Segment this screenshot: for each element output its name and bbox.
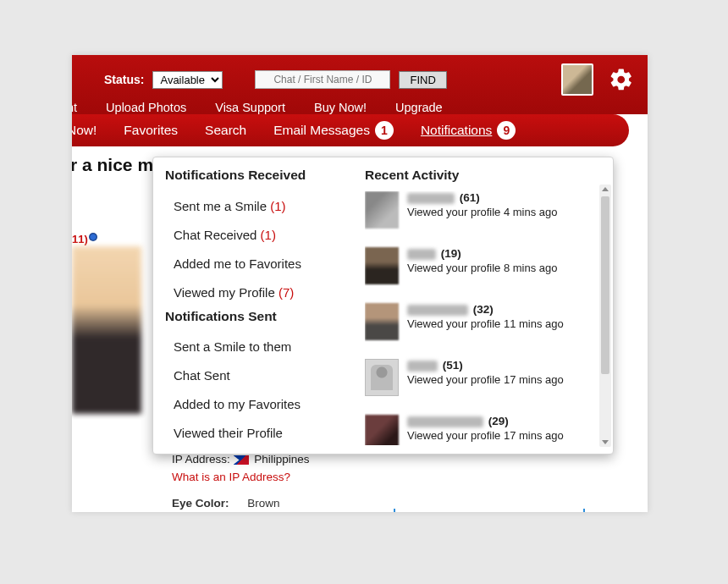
activity-thumb	[365, 247, 399, 284]
app-window: Status: Available FIND nt Upload Photos …	[72, 55, 648, 512]
activity-age: (51)	[443, 359, 463, 372]
nav-link-upload-photos[interactable]: Upload Photos	[106, 101, 186, 114]
eye-color-label: Eye Color:	[172, 497, 229, 510]
activity-row[interactable]: (51) Viewed your profile 17 mins ago	[365, 359, 596, 396]
recent-activity-col: Recent Activity (61) Viewed your profile…	[351, 157, 613, 454]
activity-thumb	[365, 415, 399, 445]
scrollbar-thumb[interactable]	[601, 196, 609, 374]
activity-thumb	[365, 303, 399, 340]
activity-age: (19)	[441, 247, 461, 260]
activity-username	[407, 416, 483, 427]
main-nav: Now! Favorites Search Email Messages 1 N…	[72, 114, 629, 146]
activity-sub: Viewed your profile 4 mins ago	[407, 206, 558, 218]
footer-pill[interactable]	[394, 509, 585, 512]
activity-username	[407, 249, 436, 260]
nav-item-email-messages[interactable]: Email Messages 1	[273, 121, 394, 140]
search-input[interactable]	[255, 70, 390, 89]
status-dot-icon	[89, 233, 97, 241]
notif-label: Added me to Favorites	[174, 256, 301, 271]
activity-username	[407, 193, 455, 204]
notif-sent-smile[interactable]: Sent a Smile to them	[165, 333, 345, 361]
notifications-badge: 9	[497, 121, 516, 140]
topbar-row-1: Status: Available FIND	[72, 62, 648, 101]
avatar[interactable]	[561, 63, 593, 96]
notif-label: Sent me a Smile	[174, 199, 267, 213]
nav-link-visa-support[interactable]: Visa Support	[215, 101, 285, 114]
activity-age: (32)	[473, 303, 494, 316]
nav-item-favorites[interactable]: Favorites	[124, 123, 178, 138]
activity-thumb	[365, 359, 399, 396]
activity-sub: Viewed your profile 8 mins ago	[407, 262, 558, 274]
notif-sent-chat[interactable]: Chat Sent	[165, 361, 345, 390]
email-badge: 1	[375, 121, 394, 140]
activity-row[interactable]: (32) Viewed your profile 11 mins ago	[365, 303, 596, 340]
nav-link-buy-now[interactable]: Buy Now!	[314, 101, 367, 114]
ip-help-link[interactable]: What is an IP Address?	[172, 471, 290, 483]
activity-row[interactable]: (19) Viewed your profile 8 mins ago	[365, 247, 596, 284]
recent-activity-header: Recent Activity	[365, 168, 609, 183]
nav-link-upgrade[interactable]: Upgrade	[395, 101, 443, 114]
activity-sub: Viewed your profile 11 mins ago	[407, 317, 564, 330]
notifications-left-col: Notifications Received Sent me a Smile (…	[153, 157, 351, 454]
nav-item-label: Notifications	[421, 123, 492, 138]
notif-item-favorites[interactable]: Added me to Favorites	[165, 250, 345, 278]
online-count: 11)	[72, 233, 97, 245]
nav-item-now[interactable]: Now!	[72, 123, 97, 138]
topbar-row-2: nt Upload Photos Visa Support Buy Now! U…	[72, 101, 648, 114]
ip-country: Philippines	[254, 453, 309, 466]
activity-sub: Viewed your profile 17 mins ago	[407, 429, 564, 442]
flag-icon	[234, 455, 249, 465]
nav-item-search[interactable]: Search	[205, 123, 246, 138]
notif-count: (1)	[270, 199, 285, 213]
ip-label: IP Address:	[172, 453, 230, 466]
find-button[interactable]: FIND	[399, 71, 446, 89]
status-select[interactable]: Available	[152, 71, 223, 89]
activity-row[interactable]: (29) Viewed your profile 17 mins ago	[365, 415, 596, 445]
activity-username	[407, 305, 468, 316]
activity-age: (61)	[460, 191, 480, 204]
notif-sent-favorites[interactable]: Added to my Favorites	[165, 390, 345, 419]
notif-item-smile[interactable]: Sent me a Smile (1)	[165, 192, 345, 221]
gear-icon[interactable]	[607, 65, 636, 94]
notif-count: (7)	[279, 285, 294, 300]
profile-photo[interactable]	[72, 246, 141, 414]
activity-thumb	[365, 191, 399, 229]
activity-row[interactable]: (61) Viewed your profile 4 mins ago	[365, 191, 596, 229]
scrollbar[interactable]	[599, 185, 611, 447]
nav-link[interactable]: nt	[72, 101, 77, 114]
notif-label: Chat Received	[174, 228, 256, 242]
nav-item-label: Email Messages	[273, 123, 370, 138]
topbar: Status: Available FIND nt Upload Photos …	[72, 55, 648, 114]
notifications-dropdown: Notifications Received Sent me a Smile (…	[152, 157, 614, 455]
activity-age: (29)	[488, 415, 509, 427]
profile-info: IP Address: Philippines What is an IP Ad…	[172, 451, 310, 512]
notifications-sent-header: Notifications Sent	[165, 309, 345, 325]
notif-label: Viewed my Profile	[174, 285, 275, 300]
notifications-received-header: Notifications Received	[165, 168, 345, 184]
notif-sent-viewed[interactable]: Viewed their Profile	[165, 419, 345, 448]
activity-sub: Viewed your profile 17 mins ago	[407, 373, 564, 386]
activity-username	[407, 361, 438, 372]
eye-color-value: Brown	[247, 497, 279, 510]
page-content: r a nice ma 11) IP Address: Philippines …	[72, 146, 648, 175]
status-label: Status:	[104, 73, 144, 86]
notif-count: (1)	[261, 228, 276, 242]
activity-list: (61) Viewed your profile 4 mins ago (19)…	[365, 191, 609, 445]
notif-item-viewed[interactable]: Viewed my Profile (7)	[165, 278, 345, 307]
nav-item-notifications[interactable]: Notifications 9	[421, 121, 516, 140]
notif-item-chat[interactable]: Chat Received (1)	[165, 221, 345, 250]
